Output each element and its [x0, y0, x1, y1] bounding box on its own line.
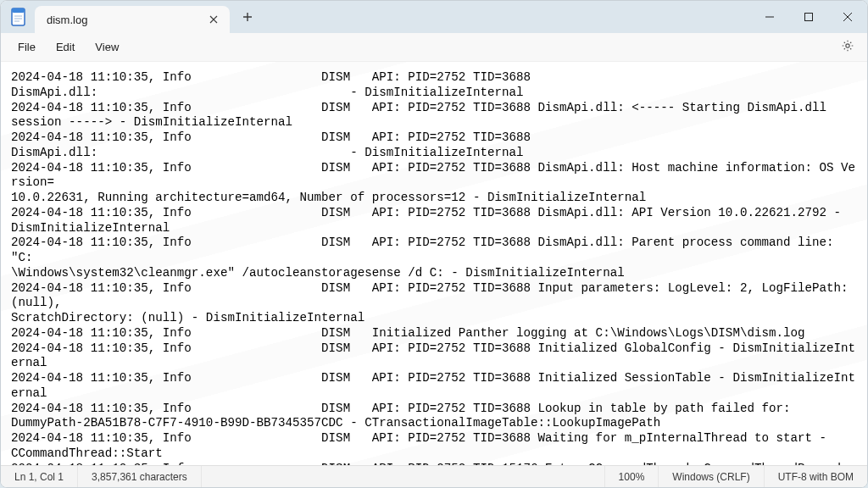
statusbar: Ln 1, Col 1 3,857,361 characters 100% Wi…: [1, 465, 867, 487]
tab-title: dism.log: [47, 14, 199, 26]
minimize-button[interactable]: [750, 1, 789, 33]
status-characters[interactable]: 3,857,361 characters: [78, 466, 202, 487]
close-window-button[interactable]: [828, 1, 867, 33]
status-cursor[interactable]: Ln 1, Col 1: [1, 466, 78, 487]
menu-view[interactable]: View: [85, 36, 129, 58]
titlebar: dism.log: [1, 1, 867, 33]
svg-rect-1: [12, 8, 25, 13]
notepad-window: dism.log File Edit View: [0, 0, 868, 488]
text-editor[interactable]: 2024-04-18 11:10:35, Info DISM API: PID=…: [1, 62, 867, 465]
svg-rect-5: [805, 14, 813, 21]
status-line-ending[interactable]: Windows (CRLF): [659, 466, 764, 487]
svg-point-6: [846, 44, 849, 47]
document-tab[interactable]: dism.log: [35, 6, 230, 33]
status-zoom[interactable]: 100%: [605, 466, 659, 487]
menu-edit[interactable]: Edit: [46, 36, 85, 58]
settings-button[interactable]: [835, 35, 860, 60]
status-spacer: [202, 466, 605, 487]
gear-icon: [841, 39, 854, 55]
maximize-button[interactable]: [789, 1, 828, 33]
menu-file[interactable]: File: [8, 36, 46, 58]
notepad-app-icon: [6, 4, 31, 30]
close-tab-icon[interactable]: [206, 12, 221, 27]
status-encoding[interactable]: UTF-8 with BOM: [765, 466, 867, 487]
menubar: File Edit View: [1, 33, 867, 62]
new-tab-button[interactable]: [235, 4, 260, 30]
